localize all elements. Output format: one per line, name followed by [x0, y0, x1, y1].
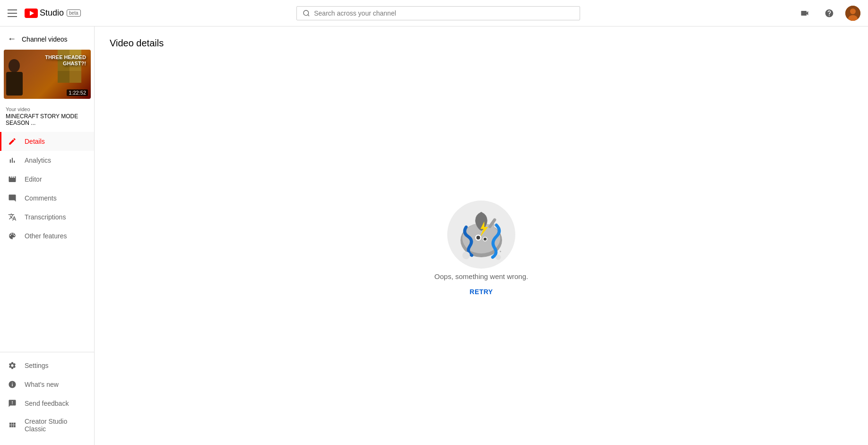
- sidebar-item-analytics[interactable]: Analytics: [0, 151, 94, 170]
- layout: ← Channel videos: [0, 26, 868, 445]
- thumb-duration: 1:22:52: [67, 89, 88, 96]
- header-right: [796, 5, 860, 22]
- sidebar-item-editor[interactable]: Editor: [0, 170, 94, 189]
- svg-line-3: [308, 15, 309, 16]
- avatar[interactable]: [845, 6, 860, 21]
- sidebar-item-send-feedback-label: Send feedback: [25, 400, 69, 407]
- svg-rect-11: [58, 71, 69, 83]
- sidebar: ← Channel videos: [0, 26, 95, 445]
- pencil-icon: [8, 137, 17, 146]
- sidebar-item-creator-studio-label: Creator Studio Classic: [25, 418, 87, 433]
- logo[interactable]: Studiobeta: [25, 8, 81, 18]
- logo-text: Studio: [40, 8, 64, 18]
- search-icon: [303, 9, 310, 17]
- sidebar-nav: Details Analytics Editor: [0, 132, 94, 352]
- bar-chart-icon: [8, 156, 17, 165]
- sidebar-item-send-feedback[interactable]: Send feedback: [0, 394, 94, 413]
- sidebar-item-editor-label: Editor: [25, 175, 42, 183]
- retry-button[interactable]: RETRY: [466, 286, 496, 297]
- settings-icon: [8, 361, 17, 370]
- sidebar-item-details[interactable]: Details: [0, 132, 94, 151]
- svg-point-19: [462, 252, 470, 259]
- sidebar-item-transcriptions-label: Transcriptions: [25, 213, 66, 221]
- svg-point-26: [484, 237, 486, 240]
- svg-point-20: [495, 254, 501, 260]
- header-left: Studiobeta: [8, 8, 81, 18]
- upload-video-icon[interactable]: [796, 5, 813, 22]
- sidebar-item-whats-new[interactable]: What's new: [0, 375, 94, 394]
- search-input[interactable]: [314, 9, 574, 17]
- svg-point-5: [850, 9, 856, 14]
- svg-text:✦: ✦: [499, 250, 502, 253]
- video-thumbnail-container: THREE HEADEDGHAST?! 1:22:52: [0, 50, 94, 103]
- feedback-icon: [8, 399, 17, 408]
- sidebar-item-transcriptions[interactable]: Transcriptions: [0, 208, 94, 227]
- page-title: Video details: [110, 38, 853, 49]
- thumb-title-text: THREE HEADEDGHAST?!: [45, 54, 86, 67]
- creator-studio-icon: [8, 420, 17, 430]
- logo-beta: beta: [67, 9, 80, 17]
- svg-point-2: [304, 10, 309, 16]
- header: Studiobeta: [0, 0, 868, 26]
- sidebar-item-other-features-label: Other features: [25, 232, 67, 240]
- translate-icon: [8, 212, 17, 222]
- svg-rect-12: [69, 71, 81, 83]
- back-label: Channel videos: [22, 35, 68, 43]
- video-thumbnail[interactable]: THREE HEADEDGHAST?! 1:22:52: [4, 50, 91, 99]
- error-message: Oops, something went wrong.: [434, 272, 528, 280]
- video-label: Your video: [0, 103, 94, 112]
- whats-new-icon: [8, 380, 17, 389]
- video-title: MINECRAFT STORY MODE SEASON ...: [0, 112, 94, 132]
- youtube-logo-icon: [25, 9, 38, 18]
- svg-rect-8: [6, 72, 23, 96]
- svg-text:✦: ✦: [464, 248, 468, 253]
- search-bar: [81, 6, 796, 20]
- sidebar-item-details-label: Details: [25, 138, 45, 145]
- error-illustration: ✦ ✦: [443, 197, 519, 272]
- sidebar-item-comments-label: Comments: [25, 194, 57, 202]
- sidebar-item-creator-studio[interactable]: Creator Studio Classic: [0, 413, 94, 437]
- other-features-icon: [8, 231, 17, 241]
- sidebar-item-analytics-label: Analytics: [25, 157, 51, 164]
- back-arrow-icon: ←: [8, 34, 16, 44]
- sidebar-bottom: Settings What's new Send feedback: [0, 352, 94, 437]
- svg-point-7: [9, 59, 20, 72]
- person-silhouette: [4, 59, 30, 99]
- main-content: Video details: [95, 26, 868, 445]
- sidebar-item-whats-new-label: What's new: [25, 381, 59, 388]
- help-icon[interactable]: [821, 5, 838, 22]
- comment-icon: [8, 193, 17, 203]
- sidebar-item-other-features[interactable]: Other features: [0, 227, 94, 245]
- svg-point-24: [477, 236, 480, 239]
- hamburger-menu[interactable]: [8, 9, 17, 17]
- back-button[interactable]: ← Channel videos: [0, 26, 94, 50]
- sidebar-item-settings-label: Settings: [25, 362, 49, 369]
- film-icon: [8, 175, 17, 184]
- search-input-wrap: [296, 6, 580, 20]
- sidebar-item-comments[interactable]: Comments: [0, 189, 94, 208]
- sidebar-item-settings[interactable]: Settings: [0, 356, 94, 375]
- error-container: ✦ ✦ Oops, something went wrong. RETRY: [110, 60, 853, 434]
